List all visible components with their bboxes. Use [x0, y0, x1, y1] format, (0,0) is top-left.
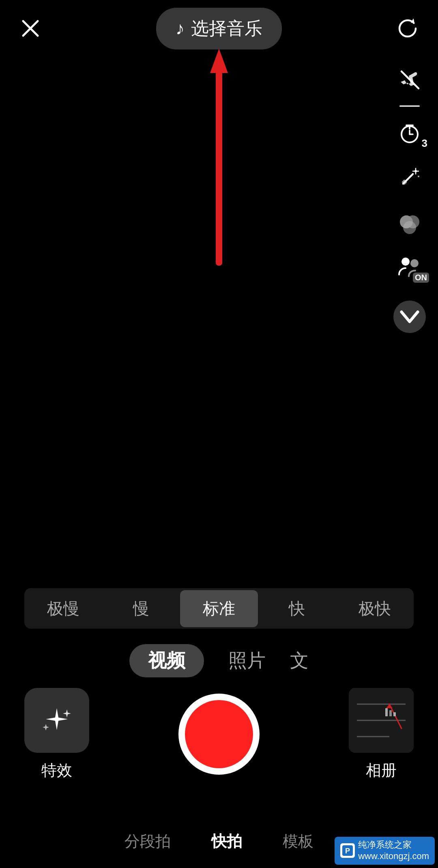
mode-tab-text[interactable]: 文 — [290, 644, 309, 677]
speed-item-very-fast[interactable]: 极快 — [336, 590, 414, 627]
refresh-button[interactable] — [393, 14, 422, 43]
svg-rect-27 — [389, 710, 392, 716]
duet-button[interactable]: ON — [395, 252, 424, 281]
effects-icon — [24, 688, 89, 753]
timer-button[interactable]: 3 — [395, 118, 424, 147]
speed-item-normal[interactable]: 标准 — [180, 590, 258, 627]
svg-text:P: P — [345, 847, 350, 855]
svg-rect-20 — [216, 71, 222, 266]
svg-rect-26 — [385, 708, 388, 716]
sidebar-divider — [399, 105, 420, 107]
album-thumbnail — [349, 688, 414, 753]
watermark-text-line2: www.xitongzj.com — [358, 851, 429, 862]
bottom-nav-segmented[interactable]: 分段拍 — [125, 831, 171, 852]
bottom-nav-quick[interactable]: 快拍 — [211, 831, 242, 852]
close-button[interactable] — [16, 14, 45, 43]
svg-point-17 — [402, 258, 410, 266]
album-label: 相册 — [366, 760, 397, 781]
top-bar: ♪ 选择音乐 — [0, 0, 438, 57]
duet-on-badge: ON — [413, 273, 429, 283]
bottom-controls: 特效 — [0, 690, 438, 779]
record-inner — [185, 700, 253, 768]
speed-item-fast[interactable]: 快 — [258, 590, 336, 627]
music-note-icon: ♪ — [176, 18, 185, 39]
arrow-annotation — [203, 49, 235, 277]
svg-point-13 — [418, 176, 419, 177]
bottom-nav-template[interactable]: 模板 — [283, 831, 313, 852]
svg-rect-28 — [393, 712, 396, 716]
speed-item-slow[interactable]: 慢 — [102, 590, 180, 627]
watermark-text-line1: 纯净系统之家 — [358, 839, 429, 851]
filter-button[interactable] — [395, 207, 424, 236]
speed-item-very-slow[interactable]: 极慢 — [24, 590, 102, 627]
mode-tab-video[interactable]: 视频 — [129, 644, 204, 677]
effects-button[interactable]: 特效 — [24, 688, 89, 781]
effects-label: 特效 — [41, 760, 72, 781]
timer-badge: 3 — [422, 137, 427, 150]
expand-more-button[interactable] — [393, 301, 426, 333]
music-button-label: 选择音乐 — [191, 17, 262, 41]
right-sidebar: 3 ON — [393, 65, 426, 333]
svg-point-18 — [410, 259, 419, 267]
watermark: P 纯净系统之家 www.xitongzj.com — [335, 837, 435, 865]
mode-tabs: 视频 照片 文 — [0, 644, 438, 677]
beauty-button[interactable] — [395, 163, 424, 192]
speed-bar: 极慢 慢 标准 快 极快 — [24, 588, 414, 629]
album-button[interactable]: 相册 — [349, 688, 414, 781]
svg-point-16 — [403, 221, 416, 234]
airplane-off-icon[interactable] — [395, 65, 424, 94]
mode-tab-photo[interactable]: 照片 — [228, 644, 266, 677]
record-button[interactable] — [178, 694, 260, 775]
watermark-icon: P — [340, 843, 355, 858]
music-select-button[interactable]: ♪ 选择音乐 — [156, 8, 282, 49]
